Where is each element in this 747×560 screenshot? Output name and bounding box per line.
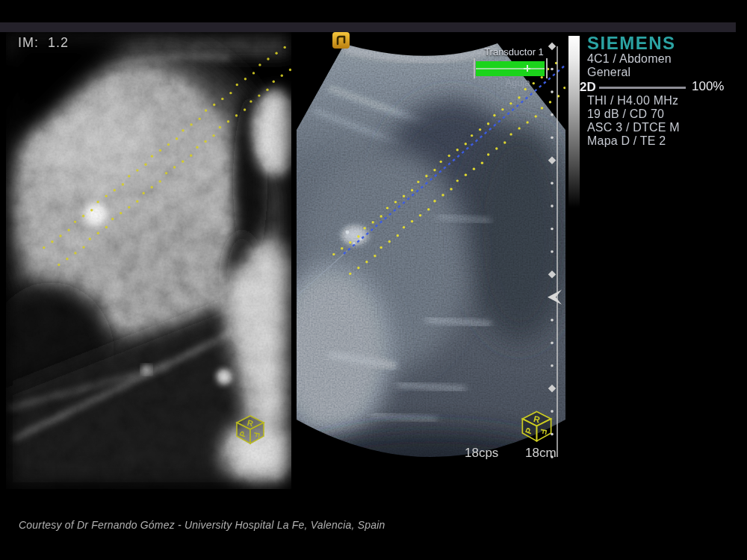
param-thi-frequency: THI / H4.00 MHz: [587, 94, 678, 108]
image-number-label: IM: 1.2: [18, 35, 69, 51]
gain-value: 100%: [692, 79, 724, 94]
top-strip: [0, 22, 736, 32]
grayscale-map-bar: [568, 36, 580, 208]
mri-reference-image: IM: 1.2 R P F: [6, 32, 291, 489]
guide-line-extension: [298, 251, 347, 295]
mode-label: 2D: [580, 80, 596, 95]
screen: IM: 1.2 R P F: [0, 0, 747, 560]
needle-trajectory-dotted-line: [344, 65, 565, 254]
gauge-midline: [476, 68, 545, 69]
gain-indicator-line: [599, 87, 686, 89]
ultrasound-image: Transductor 1 Aguja R P F: [295, 32, 565, 459]
probe-orientation-icon: [332, 32, 350, 49]
depth-ruler: [541, 41, 571, 461]
needle-guide-overlay: [295, 32, 565, 459]
focus-position-arrow: [548, 290, 562, 305]
orientation-cube-icon: R P F: [233, 412, 267, 448]
transducer-preset: 4C1 / Abdomen: [587, 52, 672, 66]
param-gain-dynamic: 19 dB / CD 70: [587, 108, 664, 121]
gauge-end-cap: [474, 58, 475, 78]
gauge-midpoint-marker: [527, 65, 528, 72]
courtesy-caption: Courtesy of Dr Fernando Gómez - Universi…: [19, 519, 385, 531]
transducer-label: Transductor 1: [480, 46, 548, 57]
siemens-logo: SIEMENS: [587, 33, 676, 54]
depth-readout: 18cm: [525, 446, 557, 461]
needle-label: Aguja: [495, 77, 540, 88]
param-map-te: Mapa D / TE 2: [587, 134, 666, 148]
frame-rate-readout: 18cps: [465, 446, 498, 461]
param-asc-dtce: ASC 3 / DTCE M: [587, 121, 680, 134]
exam-preset: General: [587, 66, 630, 79]
